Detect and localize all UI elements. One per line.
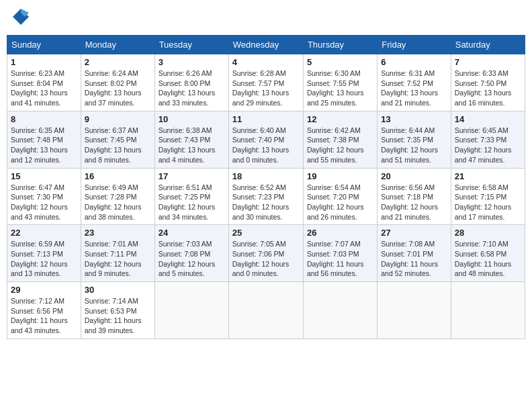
calendar-cell: 22Sunrise: 6:59 AMSunset: 7:13 PMDayligh… <box>7 225 81 282</box>
calendar-cell: 20Sunrise: 6:56 AMSunset: 7:18 PMDayligh… <box>378 168 451 225</box>
day-info: Sunrise: 6:49 AMSunset: 7:28 PMDaylight:… <box>85 183 151 222</box>
day-info: Sunrise: 7:08 AMSunset: 7:01 PMDaylight:… <box>381 239 447 279</box>
calendar-cell <box>451 282 525 339</box>
day-info: Sunrise: 6:58 AMSunset: 7:15 PMDaylight:… <box>455 183 521 222</box>
day-info: Sunrise: 7:14 AMSunset: 6:53 PMDaylight:… <box>85 296 151 336</box>
weekday-header: Thursday <box>303 36 377 54</box>
day-info: Sunrise: 6:56 AMSunset: 7:18 PMDaylight:… <box>381 183 447 222</box>
weekday-header: Saturday <box>451 36 525 54</box>
day-number: 28 <box>455 228 521 238</box>
weekday-header: Friday <box>378 36 451 54</box>
day-info: Sunrise: 7:12 AMSunset: 6:56 PMDaylight:… <box>11 296 77 336</box>
day-number: 17 <box>159 171 225 181</box>
day-info: Sunrise: 6:42 AMSunset: 7:38 PMDaylight:… <box>307 126 373 165</box>
day-info: Sunrise: 6:31 AMSunset: 7:52 PMDaylight:… <box>381 68 447 108</box>
day-info: Sunrise: 6:59 AMSunset: 7:13 PMDaylight:… <box>11 239 77 279</box>
calendar-cell: 1Sunrise: 6:23 AMSunset: 8:04 PMDaylight… <box>7 54 81 111</box>
calendar-cell <box>154 282 228 339</box>
day-info: Sunrise: 6:33 AMSunset: 7:50 PMDaylight:… <box>455 68 521 108</box>
calendar-cell: 4Sunrise: 6:28 AMSunset: 7:57 PMDaylight… <box>228 54 303 111</box>
day-number: 29 <box>11 285 77 295</box>
day-info: Sunrise: 6:37 AMSunset: 7:45 PMDaylight:… <box>85 126 151 165</box>
day-number: 7 <box>455 57 521 67</box>
calendar-table: SundayMondayTuesdayWednesdayThursdayFrid… <box>7 35 525 339</box>
weekday-header: Tuesday <box>154 36 228 54</box>
day-number: 10 <box>159 114 225 124</box>
weekday-header: Sunday <box>7 36 81 54</box>
calendar-cell: 17Sunrise: 6:51 AMSunset: 7:25 PMDayligh… <box>154 168 228 225</box>
weekday-header: Monday <box>81 36 154 54</box>
day-number: 24 <box>159 228 225 238</box>
day-info: Sunrise: 6:38 AMSunset: 7:43 PMDaylight:… <box>159 126 225 165</box>
page-header <box>7 7 525 30</box>
day-number: 11 <box>232 114 300 124</box>
day-number: 18 <box>232 171 300 181</box>
calendar-cell <box>228 282 303 339</box>
calendar-cell: 28Sunrise: 7:10 AMSunset: 6:58 PMDayligh… <box>451 225 525 282</box>
day-number: 2 <box>85 57 151 67</box>
calendar-cell: 16Sunrise: 6:49 AMSunset: 7:28 PMDayligh… <box>81 168 154 225</box>
calendar-cell: 26Sunrise: 7:07 AMSunset: 7:03 PMDayligh… <box>303 225 377 282</box>
calendar-cell <box>378 282 451 339</box>
day-info: Sunrise: 7:07 AMSunset: 7:03 PMDaylight:… <box>307 239 373 279</box>
day-number: 21 <box>455 171 521 181</box>
calendar-cell: 18Sunrise: 6:52 AMSunset: 7:23 PMDayligh… <box>228 168 303 225</box>
day-info: Sunrise: 7:03 AMSunset: 7:08 PMDaylight:… <box>159 239 225 279</box>
day-number: 20 <box>381 171 447 181</box>
calendar-cell: 13Sunrise: 6:44 AMSunset: 7:35 PMDayligh… <box>378 111 451 168</box>
day-number: 26 <box>307 228 373 238</box>
calendar-cell: 5Sunrise: 6:30 AMSunset: 7:55 PMDaylight… <box>303 54 377 111</box>
day-number: 1 <box>11 57 77 67</box>
day-number: 27 <box>381 228 447 238</box>
day-info: Sunrise: 6:26 AMSunset: 8:00 PMDaylight:… <box>159 68 225 108</box>
day-number: 3 <box>159 57 225 67</box>
day-number: 12 <box>307 114 373 124</box>
day-info: Sunrise: 6:45 AMSunset: 7:33 PMDaylight:… <box>455 126 521 165</box>
calendar-cell: 27Sunrise: 7:08 AMSunset: 7:01 PMDayligh… <box>378 225 451 282</box>
day-info: Sunrise: 7:01 AMSunset: 7:11 PMDaylight:… <box>85 239 151 279</box>
calendar-cell: 23Sunrise: 7:01 AMSunset: 7:11 PMDayligh… <box>81 225 154 282</box>
calendar-cell <box>303 282 377 339</box>
calendar-cell: 10Sunrise: 6:38 AMSunset: 7:43 PMDayligh… <box>154 111 228 168</box>
day-number: 4 <box>232 57 300 67</box>
calendar-cell: 8Sunrise: 6:35 AMSunset: 7:48 PMDaylight… <box>7 111 81 168</box>
calendar-cell: 11Sunrise: 6:40 AMSunset: 7:40 PMDayligh… <box>228 111 303 168</box>
day-info: Sunrise: 6:52 AMSunset: 7:23 PMDaylight:… <box>232 183 300 222</box>
logo <box>9 7 34 30</box>
day-number: 8 <box>11 114 77 124</box>
day-info: Sunrise: 6:30 AMSunset: 7:55 PMDaylight:… <box>307 68 373 108</box>
calendar-cell: 25Sunrise: 7:05 AMSunset: 7:06 PMDayligh… <box>228 225 303 282</box>
day-number: 16 <box>85 171 151 181</box>
day-info: Sunrise: 6:47 AMSunset: 7:30 PMDaylight:… <box>11 183 77 222</box>
calendar-cell: 3Sunrise: 6:26 AMSunset: 8:00 PMDaylight… <box>154 54 228 111</box>
calendar-cell: 15Sunrise: 6:47 AMSunset: 7:30 PMDayligh… <box>7 168 81 225</box>
day-info: Sunrise: 6:28 AMSunset: 7:57 PMDaylight:… <box>232 68 300 108</box>
calendar-cell: 6Sunrise: 6:31 AMSunset: 7:52 PMDaylight… <box>378 54 451 111</box>
day-number: 19 <box>307 171 373 181</box>
calendar-cell: 9Sunrise: 6:37 AMSunset: 7:45 PMDaylight… <box>81 111 154 168</box>
calendar-cell: 30Sunrise: 7:14 AMSunset: 6:53 PMDayligh… <box>81 282 154 339</box>
day-number: 9 <box>85 114 151 124</box>
calendar-cell: 7Sunrise: 6:33 AMSunset: 7:50 PMDaylight… <box>451 54 525 111</box>
day-info: Sunrise: 7:05 AMSunset: 7:06 PMDaylight:… <box>232 239 300 279</box>
day-info: Sunrise: 6:44 AMSunset: 7:35 PMDaylight:… <box>381 126 447 165</box>
day-number: 22 <box>11 228 77 238</box>
day-number: 23 <box>85 228 151 238</box>
calendar-cell: 29Sunrise: 7:12 AMSunset: 6:56 PMDayligh… <box>7 282 81 339</box>
day-number: 15 <box>11 171 77 181</box>
day-info: Sunrise: 6:54 AMSunset: 7:20 PMDaylight:… <box>307 183 373 222</box>
day-number: 30 <box>85 285 151 295</box>
day-number: 14 <box>455 114 521 124</box>
calendar-cell: 12Sunrise: 6:42 AMSunset: 7:38 PMDayligh… <box>303 111 377 168</box>
calendar-cell: 19Sunrise: 6:54 AMSunset: 7:20 PMDayligh… <box>303 168 377 225</box>
day-number: 13 <box>381 114 447 124</box>
weekday-header: Wednesday <box>228 36 303 54</box>
day-info: Sunrise: 6:23 AMSunset: 8:04 PMDaylight:… <box>11 68 77 108</box>
day-number: 25 <box>232 228 300 238</box>
day-info: Sunrise: 6:24 AMSunset: 8:02 PMDaylight:… <box>85 68 151 108</box>
calendar-cell: 21Sunrise: 6:58 AMSunset: 7:15 PMDayligh… <box>451 168 525 225</box>
day-number: 6 <box>381 57 447 67</box>
day-info: Sunrise: 6:40 AMSunset: 7:40 PMDaylight:… <box>232 126 300 165</box>
calendar-cell: 24Sunrise: 7:03 AMSunset: 7:08 PMDayligh… <box>154 225 228 282</box>
day-info: Sunrise: 6:51 AMSunset: 7:25 PMDaylight:… <box>159 183 225 222</box>
